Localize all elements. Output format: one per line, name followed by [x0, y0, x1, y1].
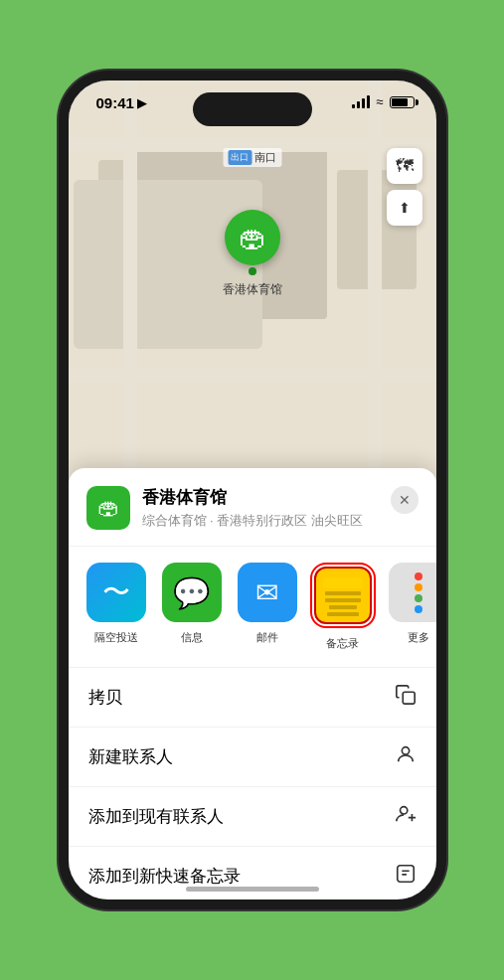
action-list: 拷贝 新建联系人 添加到现有联系人: [69, 668, 436, 909]
share-actions-row: 〜 隔空投送 💬 信息 ✉ 邮件: [69, 547, 436, 668]
pin-dot: [249, 267, 256, 275]
message-icon: 💬: [162, 563, 222, 622]
action-add-existing[interactable]: 添加到现有联系人: [69, 787, 436, 847]
stadium-pin[interactable]: 🏟 香港体育馆: [223, 210, 282, 298]
close-button[interactable]: ✕: [391, 486, 419, 514]
location-name: 香港体育馆: [142, 486, 419, 509]
map-controls: 🗺 ⬆: [387, 148, 422, 232]
notes-label: 备忘录: [326, 636, 359, 651]
phone-frame: 09:41 ▶ ≈: [59, 71, 446, 909]
new-contact-icon: [395, 743, 417, 770]
map-type-button[interactable]: 🗺: [387, 148, 422, 184]
svg-rect-0: [403, 692, 415, 704]
map-road: [368, 81, 382, 508]
more-label: 更多: [408, 630, 429, 645]
action-copy[interactable]: 拷贝: [69, 668, 436, 728]
svg-rect-5: [397, 866, 414, 883]
map-type-icon: 🗺: [396, 156, 414, 177]
pin-circle: 🏟: [225, 210, 280, 265]
map-road: [123, 81, 137, 508]
airdrop-label: 隔空投送: [94, 630, 138, 645]
location-info: 香港体育馆 综合体育馆 · 香港特别行政区 油尖旺区: [142, 486, 419, 530]
notes-selected-border: [310, 563, 376, 628]
location-icon: ▶: [137, 96, 146, 110]
copy-icon: [395, 684, 417, 711]
share-item-more[interactable]: 更多: [385, 563, 436, 651]
add-existing-label: 添加到现有联系人: [88, 805, 224, 828]
map-exit-label: 出口 南口: [223, 148, 281, 167]
share-item-message[interactable]: 💬 信息: [158, 563, 226, 651]
notes-icon: [314, 567, 372, 624]
location-venue-icon: 🏟: [86, 486, 130, 530]
share-item-notes[interactable]: 备忘录: [309, 563, 377, 651]
battery-icon: [390, 96, 415, 108]
bottom-sheet: 🏟 香港体育馆 综合体育馆 · 香港特别行政区 油尖旺区 ✕ 〜 隔空投送 💬: [69, 468, 436, 899]
pin-label: 香港体育馆: [223, 281, 282, 298]
map-road: [69, 369, 436, 383]
location-header: 🏟 香港体育馆 综合体育馆 · 香港特别行政区 油尖旺区 ✕: [69, 486, 436, 547]
action-print[interactable]: 打印: [69, 906, 436, 909]
more-icon: [389, 563, 436, 622]
status-icons: ≈: [352, 94, 414, 109]
svg-point-1: [402, 747, 409, 754]
map-area[interactable]: 出口 南口 🏟 香港体育馆 🗺 ⬆: [69, 81, 436, 508]
home-indicator: [186, 887, 319, 892]
add-existing-icon: [395, 803, 417, 830]
message-label: 信息: [181, 630, 203, 645]
share-item-airdrop[interactable]: 〜 隔空投送: [83, 563, 150, 651]
action-add-notes[interactable]: 添加到新快速备忘录: [69, 847, 436, 906]
compass-button[interactable]: ⬆: [387, 190, 422, 226]
airdrop-icon: 〜: [86, 563, 146, 622]
status-time: 09:41 ▶: [96, 94, 146, 111]
stadium-icon: 🏟: [239, 222, 266, 254]
mail-label: 邮件: [256, 630, 278, 645]
new-contact-label: 新建联系人: [88, 745, 173, 768]
add-notes-icon: [395, 863, 417, 890]
map-background: 出口 南口 🏟 香港体育馆 🗺 ⬆: [69, 81, 436, 508]
compass-icon: ⬆: [399, 200, 411, 216]
location-subtitle: 综合体育馆 · 香港特别行政区 油尖旺区: [142, 512, 419, 530]
mail-icon: ✉: [238, 563, 297, 622]
signal-bars: [352, 95, 370, 108]
wifi-icon: ≈: [376, 94, 383, 109]
svg-point-2: [400, 807, 407, 814]
share-item-mail[interactable]: ✉ 邮件: [234, 563, 301, 651]
action-new-contact[interactable]: 新建联系人: [69, 728, 436, 787]
copy-label: 拷贝: [88, 686, 122, 709]
dynamic-island: [193, 92, 312, 126]
add-notes-label: 添加到新快速备忘录: [88, 865, 241, 888]
